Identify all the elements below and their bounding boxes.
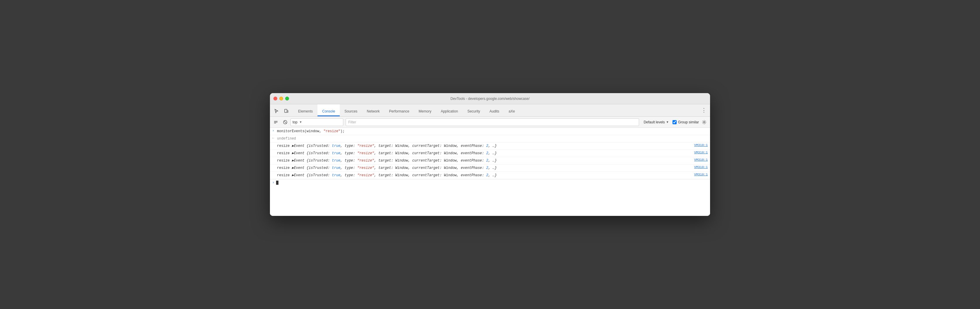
console-undefined-text: undefined <box>277 136 708 141</box>
group-similar-label: Group similar <box>678 120 699 124</box>
input-prompt-icon: › <box>272 181 274 185</box>
filter-input[interactable] <box>346 118 639 126</box>
titlebar: DevTools - developers.google.com/web/sho… <box>270 93 710 104</box>
console-row-event-1: resize ▶Event {isTrusted: true, type: "r… <box>270 142 710 150</box>
console-row-event-2: resize ▶Event {isTrusted: true, type: "r… <box>270 150 710 157</box>
tab-application[interactable]: Application <box>436 104 463 116</box>
output-chevron-icon: ← <box>272 136 274 140</box>
default-levels-label: Default levels <box>644 120 665 124</box>
tab-memory[interactable]: Memory <box>414 104 436 116</box>
default-levels-dropdown[interactable]: Default levels ▼ <box>641 120 671 124</box>
settings-gear-button[interactable] <box>700 118 708 126</box>
tab-performance[interactable]: Performance <box>384 104 414 116</box>
default-levels-arrow-icon: ▼ <box>666 120 669 124</box>
svg-rect-3 <box>274 122 278 122</box>
tab-console[interactable]: Console <box>318 104 340 116</box>
tab-audits[interactable]: Audits <box>485 104 504 116</box>
console-input-row[interactable]: › <box>270 179 710 186</box>
console-event-text-2: resize ▶Event {isTrusted: true, type: "r… <box>277 150 689 156</box>
console-event-text-5: resize ▶Event {isTrusted: true, type: "r… <box>277 173 689 178</box>
svg-rect-2 <box>274 121 278 122</box>
console-row-event-3: resize ▶Event {isTrusted: true, type: "r… <box>270 157 710 165</box>
context-value: top <box>293 120 298 124</box>
console-event-text-1: resize ▶Event {isTrusted: true, type: "r… <box>277 143 689 149</box>
device-icon[interactable] <box>282 107 291 115</box>
tab-axe[interactable]: aXe <box>504 104 520 116</box>
console-event-text-4: resize ▶Event {isTrusted: true, type: "r… <box>277 165 689 171</box>
console-row-event-4: resize ▶Event {isTrusted: true, type: "r… <box>270 165 710 172</box>
console-source-3[interactable]: VM310:1 <box>689 158 708 162</box>
console-event-text-3: resize ▶Event {isTrusted: true, type: "r… <box>277 158 689 163</box>
context-arrow-icon: ▼ <box>299 120 302 124</box>
svg-rect-1 <box>287 110 288 112</box>
tab-bar-icons <box>272 107 293 116</box>
svg-rect-4 <box>274 123 276 123</box>
group-similar-checkbox[interactable] <box>673 120 677 124</box>
console-row-command: › monitorEvents(window, "resize"); <box>270 128 710 135</box>
maximize-button[interactable] <box>285 97 289 101</box>
more-tabs-button[interactable]: ⋮ <box>698 105 710 116</box>
svg-point-7 <box>703 121 705 123</box>
tab-bar: Elements Console Sources Network Perform… <box>270 104 710 117</box>
tab-sources[interactable]: Sources <box>340 104 362 116</box>
console-command-text: monitorEvents(window, "resize"); <box>277 129 708 134</box>
input-chevron-icon: › <box>272 129 274 133</box>
console-row-event-5: resize ▶Event {isTrusted: true, type: "r… <box>270 172 710 179</box>
console-source-5[interactable]: VM310:1 <box>689 173 708 176</box>
console-source-1[interactable]: VM310:1 <box>689 143 708 147</box>
svg-rect-0 <box>285 109 287 112</box>
cursor-icon[interactable] <box>272 107 280 115</box>
devtools-panel: Elements Console Sources Network Perform… <box>270 104 710 216</box>
context-selector[interactable]: top ▼ <box>291 118 343 126</box>
console-toolbar: top ▼ Default levels ▼ Group similar <box>270 117 710 128</box>
svg-line-6 <box>284 121 286 123</box>
console-output: › monitorEvents(window, "resize"); ← und… <box>270 128 710 216</box>
close-button[interactable] <box>274 97 277 101</box>
group-similar-control: Group similar <box>673 120 699 124</box>
clear-console-button[interactable] <box>272 118 280 126</box>
tab-security[interactable]: Security <box>463 104 485 116</box>
minimize-button[interactable] <box>279 97 283 101</box>
console-row-undefined: ← undefined <box>270 135 710 142</box>
tab-network[interactable]: Network <box>362 104 384 116</box>
console-source-2[interactable]: VM310:1 <box>689 150 708 154</box>
window-title: DevTools - developers.google.com/web/sho… <box>450 97 529 101</box>
stop-recording-button[interactable] <box>281 118 289 126</box>
console-source-4[interactable]: VM310:1 <box>689 165 708 169</box>
traffic-lights <box>274 97 289 101</box>
devtools-window: DevTools - developers.google.com/web/sho… <box>270 93 710 216</box>
console-cursor <box>276 181 278 185</box>
tab-elements[interactable]: Elements <box>293 104 318 116</box>
